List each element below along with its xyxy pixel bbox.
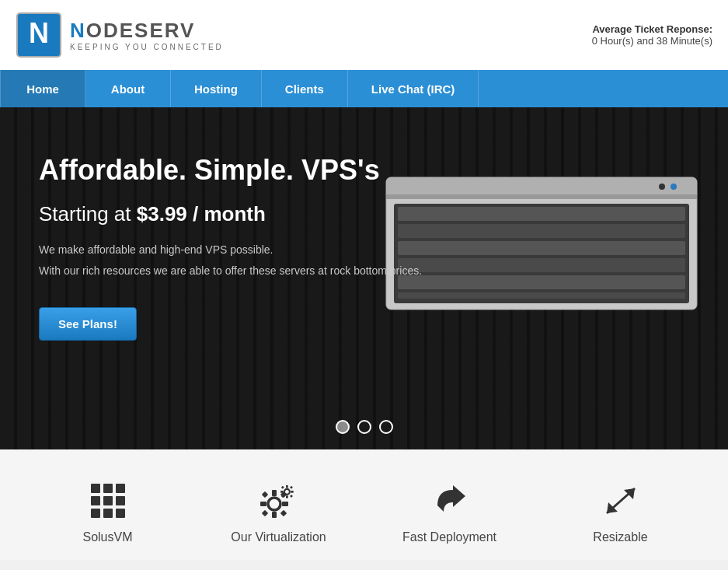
- hero-desc2: With our rich resources we are able to o…: [39, 263, 689, 279]
- feature-virtualization: Our Virtualization: [193, 481, 364, 544]
- hero-section: Affordable. Simple. VPS's Starting at $3…: [0, 107, 728, 449]
- svg-rect-24: [286, 485, 288, 488]
- svg-rect-21: [103, 509, 113, 518]
- svg-rect-28: [280, 486, 284, 489]
- ticket-label: Average Ticket Reponse:: [592, 23, 712, 35]
- logo-icon: N: [16, 12, 62, 58]
- resizable-icon: [601, 481, 641, 521]
- svg-rect-17: [91, 496, 100, 505]
- solusvm-icon: [88, 481, 128, 521]
- svg-rect-22: [116, 509, 125, 518]
- hero-title: Affordable. Simple. VPS's: [39, 154, 689, 187]
- svg-rect-39: [261, 510, 267, 516]
- svg-rect-18: [103, 496, 113, 505]
- logo-tagline: KEEPING YOU CONNECTED: [70, 43, 224, 51]
- svg-rect-29: [290, 486, 293, 489]
- nav-about[interactable]: About: [85, 70, 171, 107]
- feature-solusvm: SolusVM: [23, 481, 193, 544]
- svg-rect-20: [91, 509, 100, 518]
- svg-rect-37: [261, 491, 267, 498]
- hero-price: $3.99 / month: [137, 202, 266, 226]
- virtualization-icon: [259, 481, 299, 521]
- resizable-label: Resizable: [593, 530, 647, 544]
- ticket-response-info: Average Ticket Reponse: 0 Hour(s) and 38…: [592, 23, 712, 47]
- nav-home[interactable]: Home: [0, 70, 85, 107]
- svg-rect-27: [291, 491, 294, 493]
- svg-rect-36: [282, 502, 288, 506]
- nav-hosting[interactable]: Hosting: [171, 70, 262, 107]
- feature-deployment: Fast Deployment: [364, 481, 535, 544]
- hero-subtitle-prefix: Starting at: [39, 202, 137, 226]
- hero-subtitle: Starting at $3.99 / month: [39, 202, 689, 226]
- svg-rect-35: [260, 502, 266, 506]
- svg-point-32: [268, 498, 280, 510]
- svg-rect-15: [103, 484, 113, 493]
- virtualization-label: Our Virtualization: [231, 530, 326, 544]
- site-header: N NODESERV KEEPING YOU CONNECTED Average…: [0, 0, 728, 70]
- deployment-icon: [430, 481, 470, 521]
- slider-dot-1[interactable]: [336, 420, 350, 434]
- hero-content: Affordable. Simple. VPS's Starting at $3…: [0, 107, 728, 387]
- svg-rect-16: [116, 484, 125, 493]
- svg-rect-14: [91, 484, 100, 493]
- svg-rect-31: [290, 495, 293, 498]
- svg-rect-19: [116, 496, 125, 505]
- logo[interactable]: N NODESERV KEEPING YOU CONNECTED: [16, 12, 224, 58]
- svg-text:N: N: [29, 17, 49, 49]
- svg-rect-33: [272, 490, 277, 496]
- nav-livechat[interactable]: Live Chat (IRC): [348, 70, 479, 107]
- ticket-value: 0 Hour(s) and 38 Minute(s): [592, 35, 712, 47]
- solusvm-label: SolusVM: [82, 530, 132, 544]
- slider-dot-2[interactable]: [357, 420, 371, 434]
- svg-rect-25: [286, 495, 288, 498]
- slider-dot-3[interactable]: [379, 420, 393, 434]
- feature-resizable: Resizable: [535, 481, 706, 544]
- see-plans-button[interactable]: See Plans!: [39, 307, 137, 341]
- svg-rect-40: [280, 510, 286, 516]
- features-section: SolusVM: [0, 449, 728, 560]
- logo-text: NODESERV KEEPING YOU CONNECTED: [70, 19, 224, 51]
- main-nav: Home About Hosting Clients Live Chat (IR…: [0, 70, 728, 107]
- svg-rect-34: [272, 512, 277, 518]
- deployment-label: Fast Deployment: [402, 530, 496, 544]
- nav-clients[interactable]: Clients: [262, 70, 348, 107]
- hero-desc1: We make affordable and high-end VPS poss…: [39, 242, 689, 258]
- slider-dots: [336, 420, 393, 434]
- logo-name: NODESERV: [70, 19, 224, 43]
